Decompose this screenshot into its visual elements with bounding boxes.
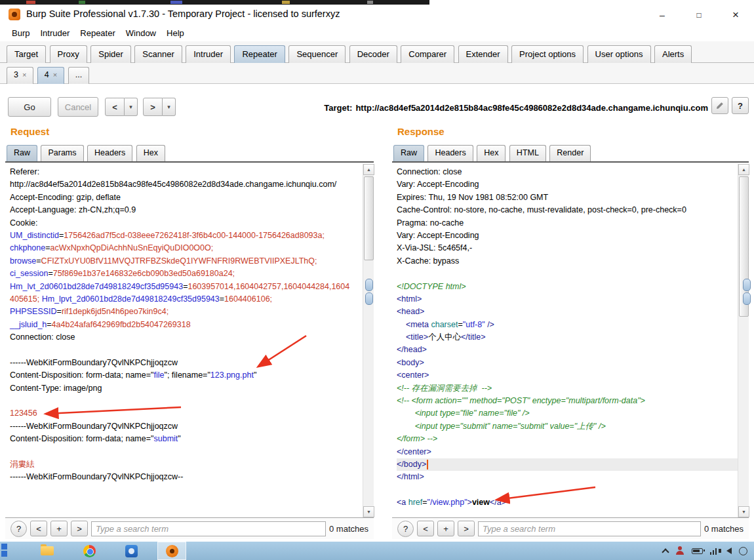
tab-proxy[interactable]: Proxy bbox=[50, 45, 87, 63]
user-tray-icon[interactable] bbox=[675, 546, 685, 555]
cancel-button[interactable]: Cancel bbox=[58, 97, 98, 117]
repeater-tab-more[interactable]: ... bbox=[68, 67, 89, 84]
request-search-bar: ? < + > 0 matches bbox=[5, 517, 374, 539]
splitter-handle[interactable] bbox=[365, 292, 373, 305]
tab-intruder[interactable]: Intruder bbox=[186, 45, 231, 63]
dropdown-arrow-icon[interactable]: ▾ bbox=[125, 98, 138, 116]
splitter-handle[interactable] bbox=[743, 292, 751, 305]
tab-extender[interactable]: Extender bbox=[458, 45, 508, 63]
request-tab-raw[interactable]: Raw bbox=[7, 145, 37, 161]
splitter-handle[interactable] bbox=[743, 279, 751, 291]
start-menu-tiles[interactable] bbox=[1, 544, 8, 558]
next-arrow-label[interactable]: > bbox=[143, 98, 163, 116]
tab-scanner[interactable]: Scanner bbox=[134, 45, 182, 63]
edit-target-button[interactable] bbox=[711, 97, 728, 114]
tab-comparer[interactable]: Comparer bbox=[401, 45, 454, 63]
repeater-tab-label: ... bbox=[75, 70, 82, 79]
search-next-button[interactable]: > bbox=[71, 521, 88, 536]
blue-app-icon[interactable] bbox=[117, 542, 146, 560]
close-icon: × bbox=[732, 9, 739, 22]
request-editor-tabs: Raw Params Headers Hex bbox=[5, 145, 374, 163]
repeater-tab-4[interactable]: 4× bbox=[37, 67, 64, 84]
request-tab-headers[interactable]: Headers bbox=[87, 145, 132, 161]
splitter-handle[interactable] bbox=[365, 279, 373, 291]
go-button[interactable]: Go bbox=[8, 97, 51, 117]
network-signal-icon[interactable] bbox=[710, 548, 717, 555]
file-explorer-icon[interactable] bbox=[33, 542, 62, 560]
close-button[interactable]: × bbox=[717, 5, 754, 25]
response-scrollbar[interactable]: ▲ ▼ bbox=[738, 164, 749, 517]
burp-logo-icon bbox=[9, 9, 20, 20]
burp-taskbar-icon[interactable] bbox=[157, 542, 186, 560]
match-count: 0 matches bbox=[704, 524, 744, 534]
search-add-button[interactable]: + bbox=[437, 521, 454, 536]
search-help-button[interactable]: ? bbox=[10, 521, 27, 537]
search-next-button[interactable]: > bbox=[458, 521, 475, 536]
artifact-pixel bbox=[26, 1, 35, 4]
tab-close-icon[interactable]: × bbox=[22, 71, 26, 79]
menu-window[interactable]: Window bbox=[121, 27, 161, 39]
response-tab-raw[interactable]: Raw bbox=[393, 145, 424, 161]
battery-icon[interactable] bbox=[692, 548, 703, 554]
artifact-pixel bbox=[79, 1, 85, 4]
response-editor[interactable]: Connection: closeVary: Accept-EncodingEx… bbox=[392, 164, 749, 517]
scroll-down-icon: ▼ bbox=[367, 510, 371, 514]
tab-project-options[interactable]: Project options bbox=[511, 45, 584, 63]
response-message-text: Connection: closeVary: Accept-EncodingEx… bbox=[392, 166, 738, 517]
request-message-text: Referer:http://ac8d4ef5a2014d2e815b84ac9… bbox=[5, 166, 363, 517]
target-label: Target: bbox=[324, 103, 352, 113]
tab-close-icon[interactable]: × bbox=[53, 71, 57, 79]
response-search-bar: ? < + > 0 matches bbox=[392, 517, 749, 539]
tab-user-options[interactable]: User options bbox=[587, 45, 651, 63]
response-tab-html[interactable]: HTML bbox=[509, 145, 546, 161]
scroll-up-icon: ▲ bbox=[367, 167, 371, 172]
target-url-bar: Target:http://ac8d4ef5a2014d2e815b84ac98… bbox=[324, 103, 708, 113]
request-tab-hex[interactable]: Hex bbox=[136, 145, 165, 161]
search-add-button[interactable]: + bbox=[50, 521, 68, 536]
search-input[interactable] bbox=[91, 521, 326, 536]
tab-target[interactable]: Target bbox=[7, 45, 46, 63]
scroll-down-button[interactable]: ▼ bbox=[738, 506, 749, 517]
tab-alerts[interactable]: Alerts bbox=[654, 45, 692, 63]
response-tab-headers[interactable]: Headers bbox=[427, 145, 473, 161]
request-editor[interactable]: Referer:http://ac8d4ef5a2014d2e815b84ac9… bbox=[5, 164, 374, 517]
scroll-up-button[interactable]: ▲ bbox=[738, 164, 749, 175]
request-scrollbar[interactable]: ▲ ▼ bbox=[363, 164, 374, 517]
volume-icon[interactable] bbox=[726, 548, 732, 554]
response-tab-render[interactable]: Render bbox=[549, 145, 591, 161]
taskbar bbox=[0, 542, 754, 560]
artifact-pixel bbox=[170, 1, 182, 4]
network-globe-icon[interactable] bbox=[739, 547, 747, 555]
scrollbar-thumb[interactable] bbox=[364, 176, 374, 260]
repeater-tab-3[interactable]: 3× bbox=[7, 67, 33, 84]
dropdown-arrow-icon[interactable]: ▾ bbox=[163, 98, 176, 116]
menu-help[interactable]: Help bbox=[161, 27, 189, 39]
search-prev-button[interactable]: < bbox=[30, 521, 47, 536]
help-button[interactable]: ? bbox=[732, 97, 749, 114]
title-bar[interactable]: Burp Suite Professional v1.7.30 - Tempor… bbox=[0, 5, 754, 25]
search-help-button[interactable]: ? bbox=[397, 521, 414, 537]
tab-decoder[interactable]: Decoder bbox=[349, 45, 397, 63]
tab-repeater[interactable]: Repeater bbox=[234, 45, 285, 63]
search-input[interactable] bbox=[478, 521, 701, 536]
background-window-strip bbox=[0, 0, 429, 5]
tab-spider[interactable]: Spider bbox=[90, 45, 131, 63]
response-panel-title: Response bbox=[397, 126, 445, 137]
menu-repeater[interactable]: Repeater bbox=[75, 27, 120, 39]
scroll-up-button[interactable]: ▲ bbox=[363, 164, 374, 175]
prev-arrow-label[interactable]: < bbox=[105, 98, 125, 116]
next-request-button[interactable]: >▾ bbox=[143, 98, 176, 116]
response-tab-hex[interactable]: Hex bbox=[477, 145, 506, 161]
minimize-button[interactable]: – bbox=[644, 5, 681, 25]
repeater-tab-label: 4 bbox=[45, 70, 49, 79]
search-prev-button[interactable]: < bbox=[417, 521, 434, 536]
maximize-button[interactable]: □ bbox=[681, 5, 717, 25]
tray-expand-icon[interactable] bbox=[662, 548, 669, 555]
request-tab-params[interactable]: Params bbox=[41, 145, 83, 161]
scroll-down-button[interactable]: ▼ bbox=[363, 506, 374, 517]
chrome-icon[interactable] bbox=[75, 542, 104, 560]
menu-intruder[interactable]: Intruder bbox=[35, 27, 75, 39]
menu-burp[interactable]: Burp bbox=[7, 27, 35, 39]
tab-sequencer[interactable]: Sequencer bbox=[288, 45, 346, 63]
prev-request-button[interactable]: <▾ bbox=[105, 98, 138, 116]
